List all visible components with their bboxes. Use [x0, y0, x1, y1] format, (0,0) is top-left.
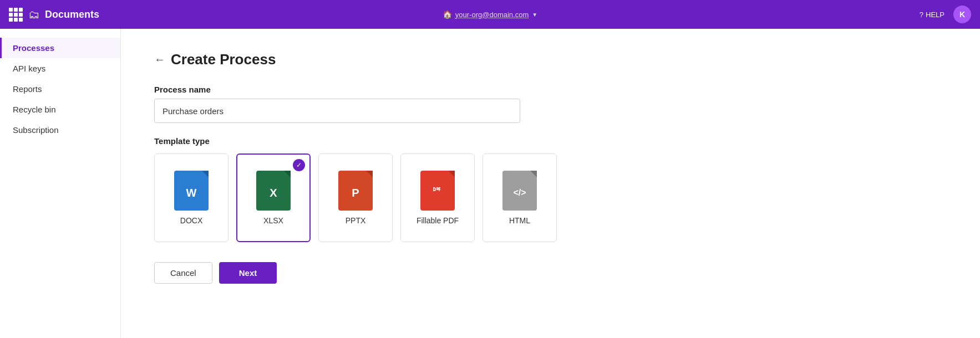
- xlsx-file-icon: X: [256, 171, 291, 211]
- documents-icon: 🗂: [28, 8, 39, 21]
- docx-file-icon: W: [174, 171, 209, 211]
- template-card-pptx-label: PPTX: [346, 216, 366, 225]
- template-card-xlsx[interactable]: ✓ X XLSX: [236, 153, 311, 242]
- main-content: ← Create Process Process name Template t…: [121, 29, 980, 338]
- cancel-button[interactable]: Cancel: [154, 262, 212, 284]
- question-icon: ?: [920, 11, 923, 19]
- home-icon[interactable]: 🏠: [443, 10, 452, 19]
- page-title: Create Process: [171, 51, 276, 68]
- chevron-down-icon[interactable]: ▼: [532, 12, 537, 18]
- app-title: Documents: [45, 9, 99, 21]
- selected-check-icon: ✓: [293, 159, 305, 171]
- sidebar-item-reports[interactable]: Reports: [0, 79, 120, 99]
- template-card-html[interactable]: </> HTML: [483, 153, 557, 242]
- grid-menu-icon[interactable]: [9, 8, 23, 22]
- sidebar-item-processes[interactable]: Processes: [0, 38, 120, 58]
- pptx-file-icon: P: [338, 171, 373, 211]
- top-navigation: 🗂 Documents 🏠 your-org@domain.com ▼ ? HE…: [0, 0, 980, 29]
- process-name-input[interactable]: [154, 99, 520, 123]
- page-header: ← Create Process: [154, 51, 947, 68]
- next-button[interactable]: Next: [219, 262, 277, 284]
- template-card-xlsx-label: XLSX: [263, 216, 283, 225]
- template-card-pptx[interactable]: P PPTX: [318, 153, 393, 242]
- template-card-docx[interactable]: W DOCX: [154, 153, 229, 242]
- sidebar-item-api-keys[interactable]: API keys: [0, 58, 120, 79]
- org-selector[interactable]: your-org@domain.com: [455, 11, 529, 19]
- help-button[interactable]: ? HELP: [920, 11, 945, 19]
- template-type-label: Template type: [154, 136, 947, 146]
- template-card-docx-label: DOCX: [180, 216, 202, 225]
- back-button[interactable]: ←: [154, 53, 165, 66]
- pdf-file-icon: [420, 171, 455, 211]
- sidebar-item-subscription[interactable]: Subscription: [0, 120, 120, 140]
- template-card-fillable-pdf-label: Fillable PDF: [417, 216, 459, 225]
- template-card-html-label: HTML: [509, 216, 530, 225]
- footer-buttons: Cancel Next: [154, 262, 947, 284]
- html-file-icon: </>: [502, 171, 537, 211]
- sidebar: Processes API keys Reports Recycle bin S…: [0, 29, 121, 338]
- user-avatar[interactable]: K: [953, 6, 971, 23]
- sidebar-item-recycle-bin[interactable]: Recycle bin: [0, 99, 120, 120]
- template-card-fillable-pdf[interactable]: Fillable PDF: [400, 153, 475, 242]
- template-cards: W DOCX ✓ X XLSX P PPTX: [154, 153, 947, 242]
- process-name-label: Process name: [154, 85, 947, 94]
